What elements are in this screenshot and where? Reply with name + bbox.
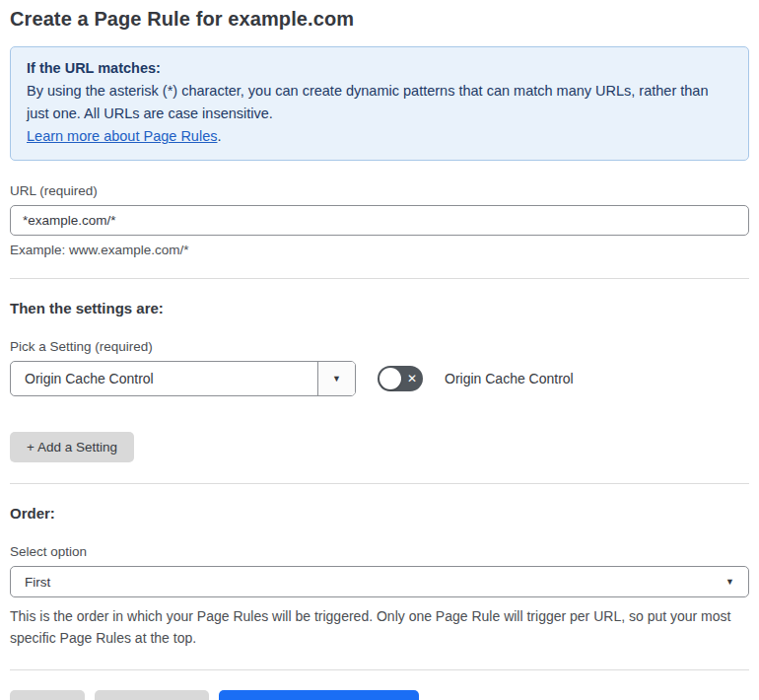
info-box-link-line: Learn more about Page Rules.	[27, 125, 732, 148]
caret-down-icon: ▼	[725, 577, 734, 587]
order-select[interactable]: First ▼	[10, 566, 749, 597]
settings-section-heading: Then the settings are:	[10, 300, 749, 316]
setting-select[interactable]: Origin Cache Control ▼	[10, 361, 356, 396]
divider	[10, 669, 749, 670]
divider	[10, 278, 749, 279]
save-as-draft-button[interactable]: Save as Draft	[95, 690, 209, 700]
toggle-knob	[380, 368, 401, 389]
page-title: Create a Page Rule for example.com	[10, 8, 749, 31]
x-icon: ✕	[407, 366, 417, 391]
info-box-heading: If the URL matches:	[27, 57, 732, 80]
origin-cache-control-toggle[interactable]: ✕	[378, 366, 423, 391]
url-match-info-box: If the URL matches: By using the asteris…	[10, 46, 749, 161]
link-suffix: .	[217, 128, 221, 144]
setting-select-value: Origin Cache Control	[11, 362, 317, 395]
add-setting-button[interactable]: + Add a Setting	[10, 432, 134, 462]
info-box-body: By using the asterisk (*) character, you…	[27, 80, 732, 125]
order-section-heading: Order:	[10, 505, 749, 522]
caret-down-icon: ▼	[332, 374, 341, 384]
form-actions: Cancel Save as Draft Save and Deploy Pag…	[10, 690, 749, 700]
url-field-label: URL (required)	[10, 183, 749, 198]
url-example-helper: Example: www.example.com/*	[10, 243, 749, 257]
toggle-label: Origin Cache Control	[445, 371, 574, 386]
add-setting-wrap: + Add a Setting	[10, 432, 749, 462]
pick-setting-label: Pick a Setting (required)	[10, 339, 749, 354]
order-select-label: Select option	[10, 544, 749, 559]
order-select-value: First	[25, 575, 50, 590]
order-helper-text: This is the order in which your Page Rul…	[10, 605, 739, 649]
setting-row: Origin Cache Control ▼ ✕ Origin Cache Co…	[10, 361, 749, 396]
save-and-deploy-button[interactable]: Save and Deploy Page Rule	[219, 690, 420, 700]
setting-select-caret-cell[interactable]: ▼	[317, 362, 355, 395]
divider	[10, 483, 749, 484]
url-input[interactable]	[10, 205, 749, 236]
page-rule-form: Create a Page Rule for example.com If th…	[0, 0, 759, 700]
learn-more-link[interactable]: Learn more about Page Rules	[27, 128, 217, 144]
cancel-button[interactable]: Cancel	[10, 690, 85, 700]
